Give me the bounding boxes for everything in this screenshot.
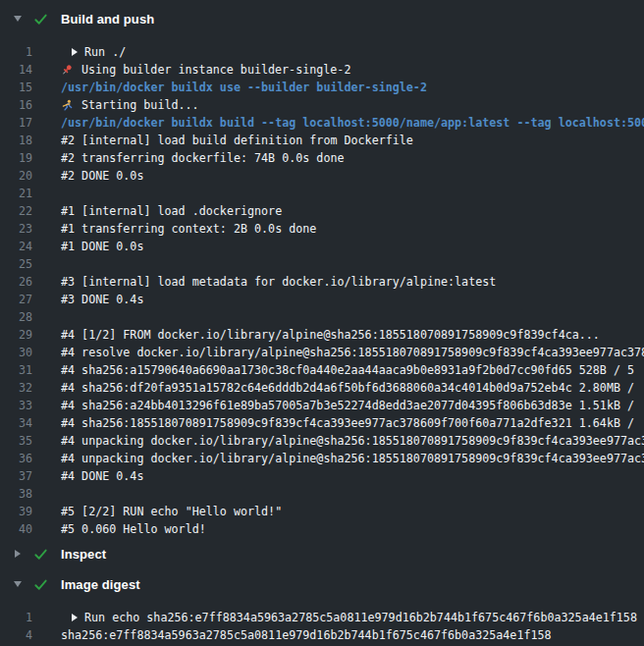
log-line: 21: [0, 185, 644, 202]
log-line: 31#4 sha256:a15790640a6690aa1730c38cf0a4…: [0, 361, 644, 379]
log-text: #2 transferring dockerfile: 74B 0.0s don…: [61, 151, 644, 165]
line-number[interactable]: 33: [0, 399, 32, 412]
line-number[interactable]: 14: [0, 63, 32, 77]
line-number[interactable]: 39: [0, 505, 32, 518]
log-text: #4 unpacking docker.io/library/alpine@sh…: [61, 434, 644, 448]
line-number[interactable]: 27: [0, 293, 32, 306]
log-line-text: #1 transferring context: 2B 0.0s done: [61, 222, 316, 236]
log-text: #3 [internal] load metadata for docker.i…: [61, 275, 644, 289]
line-number[interactable]: 31: [0, 363, 32, 377]
log-text: Run echo sha256:e7ff8834a5963a2785c5a081…: [61, 611, 644, 624]
section-build-and-push: Build and push1Run ./14Using builder ins…: [0, 8, 644, 538]
log-line: 35#4 unpacking docker.io/library/alpine@…: [0, 432, 644, 450]
check-icon: [33, 547, 48, 562]
line-number[interactable]: 34: [0, 416, 32, 430]
line-number[interactable]: 16: [0, 98, 32, 112]
section-header-inspect[interactable]: Inspect: [0, 543, 644, 565]
log-line: 27#3 DONE 0.4s: [0, 291, 644, 308]
log-text: Run ./: [61, 45, 644, 59]
log-line: 37#4 DONE 0.4s: [0, 467, 644, 485]
log-line: 29#4 [1/2] FROM docker.io/library/alpine…: [0, 326, 644, 344]
log-line: 22#1 [internal] load .dockerignore: [0, 202, 644, 220]
check-icon: [33, 577, 48, 592]
log-text: sha256:e7ff8834a5963a2785c5a0811e979d16b…: [61, 628, 644, 642]
line-number[interactable]: 36: [0, 452, 32, 465]
log-line-text: #4 [1/2] FROM docker.io/library/alpine@s…: [61, 328, 600, 342]
section-header-image-digest[interactable]: Image digest: [0, 573, 644, 595]
log-line-text: /usr/bin/docker buildx use --builder bui…: [61, 81, 427, 94]
log-line-text: #2 transferring dockerfile: 74B 0.0s don…: [61, 151, 345, 165]
log-line: 30#4 resolve docker.io/library/alpine@sh…: [0, 344, 644, 361]
line-number[interactable]: 1: [0, 45, 32, 59]
log-line: 24#1 DONE 0.0s: [0, 238, 644, 255]
log-line: 16Starting build...: [0, 96, 644, 114]
line-number[interactable]: 4: [0, 628, 32, 642]
line-number[interactable]: 15: [0, 81, 32, 94]
chevron-right-icon[interactable]: [72, 48, 78, 56]
log-line: 26#3 [internal] load metadata for docker…: [0, 273, 644, 291]
line-number[interactable]: 21: [0, 187, 32, 200]
log-line-text: #3 [internal] load metadata for docker.i…: [61, 275, 496, 289]
log-text: Starting build...: [61, 98, 644, 112]
log-line-text: #4 sha256:a24bb4013296f61e89ba57005a7b3e…: [61, 399, 641, 412]
log-line-text: #3 DONE 0.4s: [61, 293, 143, 306]
log-line-text: #4 sha256:185518070891758909c9f839cf4ca3…: [61, 416, 641, 430]
log-block: 1Run echo sha256:e7ff8834a5963a2785c5a08…: [0, 609, 644, 644]
pushpin-icon: [61, 64, 74, 77]
section-image-digest: Image digest1Run echo sha256:e7ff8834a59…: [0, 573, 644, 644]
runner-icon: [61, 99, 74, 112]
log-line-text: Starting build...: [81, 98, 199, 112]
line-number[interactable]: 35: [0, 434, 32, 448]
log-text: #1 DONE 0.0s: [61, 240, 644, 253]
log-line: 28: [0, 308, 644, 326]
log-line-text: #2 DONE 0.0s: [61, 169, 143, 183]
line-number[interactable]: 19: [0, 151, 32, 165]
section-header-build-and-push[interactable]: Build and push: [0, 8, 644, 29]
line-number[interactable]: 32: [0, 381, 32, 395]
workflow-log-viewer: Build and push1Run ./14Using builder ins…: [0, 0, 644, 646]
log-line-text: #5 0.060 Hello world!: [61, 522, 206, 536]
line-number[interactable]: 26: [0, 275, 32, 289]
log-text: /usr/bin/docker buildx use --builder bui…: [61, 81, 644, 94]
log-line: 17/usr/bin/docker buildx build --tag loc…: [0, 114, 644, 132]
line-number[interactable]: 25: [0, 257, 32, 271]
line-number[interactable]: 28: [0, 310, 32, 324]
line-number[interactable]: 18: [0, 134, 32, 147]
log-line-text: #4 unpacking docker.io/library/alpine@sh…: [61, 452, 644, 465]
line-number[interactable]: 38: [0, 487, 32, 501]
line-number[interactable]: 24: [0, 240, 32, 253]
chevron-right-icon[interactable]: [13, 548, 22, 560]
line-number[interactable]: 20: [0, 169, 32, 183]
log-text: #1 transferring context: 2B 0.0s done: [61, 222, 644, 236]
chevron-down-icon[interactable]: [13, 578, 22, 590]
line-number[interactable]: 37: [0, 469, 32, 483]
log-line-text: Using builder instance builder-single-2: [81, 63, 350, 77]
log-line: 33#4 sha256:a24bb4013296f61e89ba57005a7b…: [0, 397, 644, 414]
line-number[interactable]: 22: [0, 204, 32, 218]
log-line-text: #5 [2/2] RUN echo "Hello world!": [61, 505, 282, 518]
line-number[interactable]: 23: [0, 222, 32, 236]
section-title: Build and push: [61, 12, 154, 27]
chevron-right-icon[interactable]: [72, 614, 78, 621]
line-number[interactable]: 1: [0, 611, 32, 624]
log-line: 40#5 0.060 Hello world!: [0, 520, 644, 538]
log-text: #2 [internal] load build definition from…: [61, 134, 644, 147]
log-text: #4 sha256:a24bb4013296f61e89ba57005a7b3e…: [61, 399, 644, 412]
log-line: 23#1 transferring context: 2B 0.0s done: [0, 220, 644, 238]
log-line: 19#2 transferring dockerfile: 74B 0.0s d…: [0, 149, 644, 167]
log-block: 1Run ./14Using builder instance builder-…: [0, 43, 644, 538]
log-line: 32#4 sha256:df20fa9351a15782c64e6dddb2d4…: [0, 379, 644, 397]
line-number[interactable]: 40: [0, 522, 32, 536]
line-number[interactable]: 17: [0, 116, 32, 130]
log-text: #5 0.060 Hello world!: [61, 522, 644, 536]
log-text: #4 resolve docker.io/library/alpine@sha2…: [61, 346, 644, 359]
line-number[interactable]: 29: [0, 328, 32, 342]
line-number[interactable]: 30: [0, 346, 32, 359]
log-line: 34#4 sha256:185518070891758909c9f839cf4c…: [0, 414, 644, 432]
log-text: #4 sha256:185518070891758909c9f839cf4ca3…: [61, 416, 644, 430]
log-text: #4 DONE 0.4s: [61, 469, 644, 483]
log-line-text: #4 DONE 0.4s: [61, 469, 143, 483]
chevron-down-icon[interactable]: [13, 13, 22, 25]
section-inspect: Inspect: [0, 543, 644, 565]
log-line: 39#5 [2/2] RUN echo "Hello world!": [0, 503, 644, 520]
